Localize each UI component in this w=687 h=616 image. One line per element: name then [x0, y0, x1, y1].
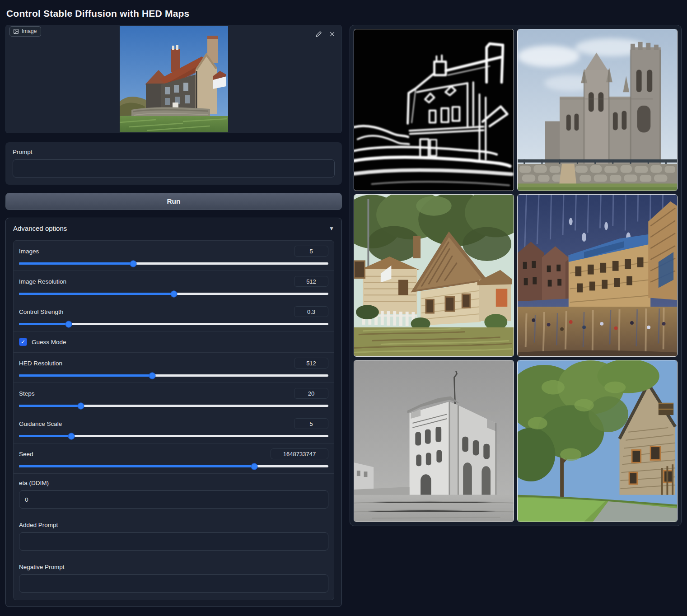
input-image-component[interactable]: Image	[5, 25, 342, 133]
app-root: Control Stable Diffusion with HED Maps I…	[0, 0, 687, 611]
eta-input[interactable]: 0	[19, 490, 328, 509]
guess-mode-checkbox[interactable]: ✓	[19, 338, 27, 346]
advanced-options-body: Images 5 Image Resolution 512	[13, 240, 334, 600]
added-prompt-row: Added Prompt	[14, 516, 334, 558]
slider-label: Steps	[19, 390, 35, 397]
slider-handle[interactable]	[65, 321, 72, 327]
slider-row-control-strength: Control Strength 0.3	[14, 301, 334, 331]
slider-track[interactable]	[19, 465, 328, 467]
slider-handle[interactable]	[130, 260, 137, 267]
gallery-item-impressionist-street[interactable]	[517, 194, 678, 356]
slider-value-input[interactable]: 5	[294, 418, 328, 429]
slider-row-steps: Steps 20	[14, 383, 334, 413]
slider-handle[interactable]	[170, 290, 177, 297]
slider-label: Control Strength	[19, 308, 63, 315]
advanced-options-header[interactable]: Advanced options ▼	[6, 218, 341, 238]
guess-mode-row[interactable]: ✓ Guess Mode	[14, 331, 334, 352]
prompt-input[interactable]	[13, 159, 335, 177]
advanced-options-accordion: Advanced options ▼ Images 5	[5, 218, 342, 607]
slider-track[interactable]	[19, 262, 328, 265]
slider-track[interactable]	[19, 374, 328, 377]
gallery-item-cottage-painting[interactable]	[354, 194, 514, 356]
slider-handle[interactable]	[68, 433, 75, 439]
slider-handle[interactable]	[149, 372, 155, 379]
slider-track[interactable]	[19, 293, 328, 295]
pencil-icon	[315, 31, 322, 37]
image-tab-label: Image	[9, 26, 41, 37]
slider-row-images: Images 5	[14, 241, 334, 271]
clear-image-button[interactable]	[327, 29, 337, 39]
page-title: Control Stable Diffusion with HED Maps	[6, 8, 682, 19]
guess-mode-label: Guess Mode	[32, 339, 66, 345]
added-prompt-input[interactable]	[19, 532, 328, 551]
slider-label: Images	[19, 248, 39, 255]
slider-value-input[interactable]: 512	[294, 358, 328, 369]
advanced-options-title: Advanced options	[13, 224, 67, 232]
slider-track[interactable]	[19, 435, 328, 437]
image-icon	[13, 28, 19, 34]
run-button[interactable]: Run	[5, 193, 342, 210]
slider-label: Seed	[19, 451, 33, 457]
slider-value-input[interactable]: 1648733747	[271, 448, 328, 459]
slider-label: Image Resolution	[19, 278, 66, 285]
slider-row-seed: Seed 1648733747	[14, 443, 334, 474]
slider-label: Guidance Scale	[19, 420, 62, 427]
negative-prompt-row: Negative Prompt	[14, 558, 334, 600]
slider-row-guidance-scale: Guidance Scale 5	[14, 413, 334, 443]
negative-prompt-input[interactable]	[19, 574, 328, 593]
eta-field-row: eta (DDIM) 0	[14, 474, 334, 516]
eta-label: eta (DDIM)	[19, 480, 328, 486]
slider-value-input[interactable]: 0.3	[294, 306, 328, 317]
edit-image-button[interactable]	[313, 29, 323, 39]
close-icon	[329, 31, 336, 37]
slider-row-hed-resolution: HED Resolution 512	[14, 352, 334, 383]
added-prompt-label: Added Prompt	[19, 522, 328, 528]
chevron-down-icon: ▼	[329, 225, 334, 232]
slider-handle[interactable]	[251, 463, 257, 470]
gallery-item-stone-house-trees[interactable]	[517, 360, 678, 522]
prompt-panel: Prompt	[5, 142, 342, 185]
slider-track[interactable]	[19, 405, 328, 407]
uploaded-image[interactable]	[120, 26, 228, 132]
controls-column: Image	[5, 25, 342, 607]
prompt-label: Prompt	[13, 149, 335, 155]
slider-label: HED Resolution	[19, 360, 62, 367]
slider-value-input[interactable]: 20	[294, 388, 328, 399]
results-column	[350, 25, 682, 526]
gallery-item-hed-edge-map[interactable]	[354, 29, 514, 191]
slider-value-input[interactable]: 5	[294, 246, 328, 257]
result-gallery	[350, 25, 682, 526]
negative-prompt-label: Negative Prompt	[19, 564, 328, 570]
slider-handle[interactable]	[78, 402, 84, 409]
gallery-item-gothic-cathedral[interactable]	[517, 29, 678, 191]
slider-track[interactable]	[19, 323, 328, 325]
slider-row-image-resolution: Image Resolution 512	[14, 271, 334, 301]
slider-value-input[interactable]: 512	[294, 276, 328, 287]
gallery-item-grayscale-building[interactable]	[354, 360, 514, 522]
